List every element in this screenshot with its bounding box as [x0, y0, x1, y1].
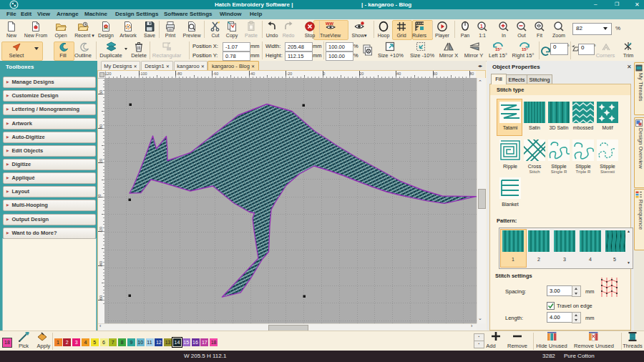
svg-text:ww: ww: [325, 21, 333, 26]
svg-text:15°: 15°: [522, 47, 529, 52]
svg-text:15°: 15°: [495, 47, 502, 52]
svg-text:1: 1: [480, 24, 483, 29]
